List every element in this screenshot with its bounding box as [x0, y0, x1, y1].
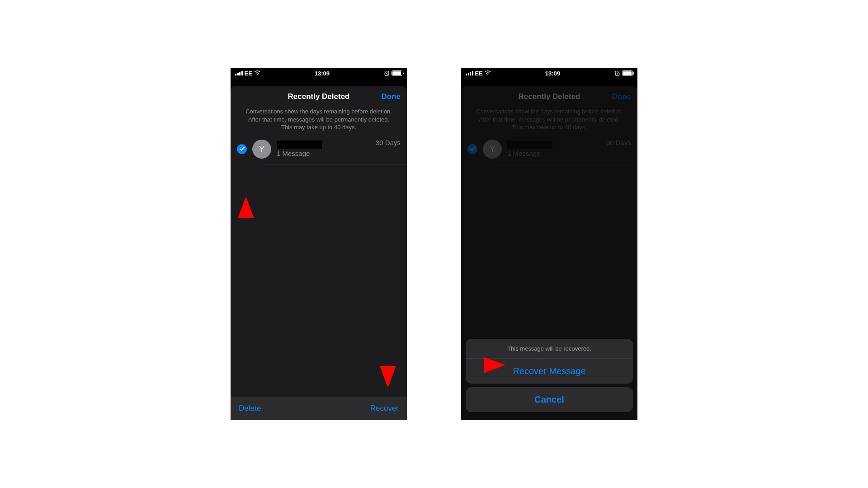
phone-left: EE 13:09 Recently Deleted Done Conversat…	[231, 68, 407, 420]
bottom-toolbar: Delete Recover	[231, 397, 407, 420]
annotation-arrow-recover-message	[484, 357, 505, 373]
alarm-icon	[384, 70, 390, 76]
redacted-name	[277, 141, 322, 149]
conversation-row[interactable]: Y 1 Message 30 Days	[231, 138, 407, 164]
status-bar: EE 13:09	[461, 68, 637, 79]
message-count: 1 Message	[277, 150, 401, 157]
alarm-icon	[614, 70, 620, 76]
wifi-icon	[485, 70, 491, 76]
sheet-title: Recently Deleted	[288, 92, 350, 101]
days-remaining: 30 Days	[376, 139, 401, 146]
done-button[interactable]: Done	[382, 92, 401, 101]
status-time: 13:09	[545, 70, 560, 77]
cancel-button[interactable]: Cancel	[466, 387, 633, 412]
action-sheet-caption: This message will be recovered.	[466, 339, 633, 359]
checkbox-checked-icon[interactable]	[237, 144, 247, 154]
carrier-label: EE	[475, 70, 483, 77]
wifi-icon	[254, 70, 260, 76]
status-bar: EE 13:09	[231, 68, 407, 79]
battery-icon	[392, 70, 402, 76]
status-time: 13:09	[315, 70, 330, 77]
signal-bars-icon	[466, 71, 473, 75]
signal-bars-icon	[235, 71, 243, 75]
annotation-arrow-checkbox	[238, 197, 254, 218]
avatar: Y	[252, 140, 271, 159]
delete-button[interactable]: Delete	[239, 404, 261, 413]
carrier-label: EE	[245, 70, 252, 77]
explainer-text: Conversations show the days remaining be…	[231, 108, 407, 131]
action-sheet: This message will be recovered. Recover …	[466, 339, 633, 416]
phone-right: EE 13:09 Recently Deleted Done Conversat…	[461, 68, 637, 420]
battery-icon	[622, 70, 633, 76]
recover-button[interactable]: Recover	[370, 404, 399, 413]
annotation-arrow-recover	[380, 366, 396, 388]
